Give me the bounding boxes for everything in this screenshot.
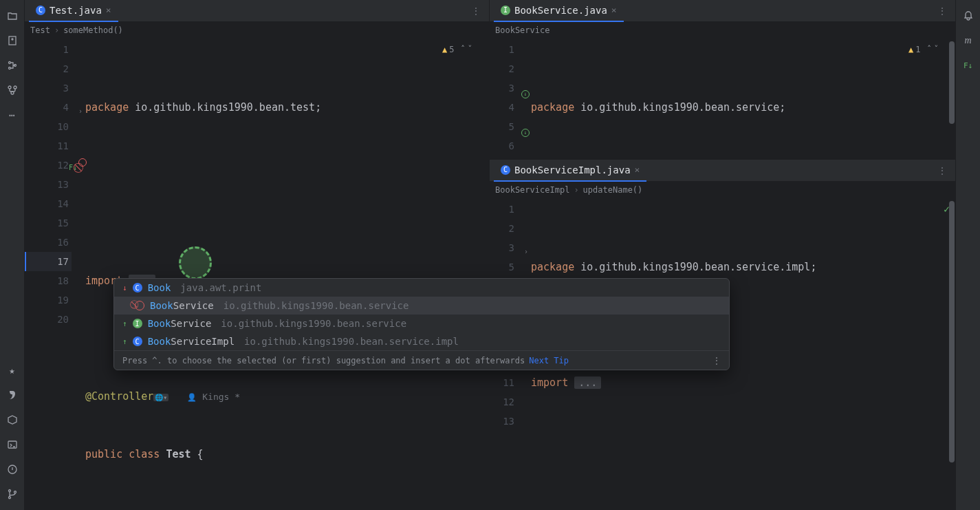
code-body-left[interactable]: ▲5 ˆ ˇ package io.github.kings1990.bean.…	[85, 39, 489, 510]
completion-item[interactable]: ↑ I BookService io.github.kings1990.bean…	[114, 315, 729, 332]
close-icon[interactable]: ×	[635, 164, 640, 175]
forbidden-icon: ⃠	[135, 301, 144, 310]
svg-point-12	[14, 491, 16, 493]
breadcrumb-right2[interactable]: BookServiceImpl › updateName()	[490, 182, 955, 198]
inspection-badge[interactable]: ▲1 ˆ ˇ	[908, 40, 939, 59]
interface-icon: I	[133, 319, 142, 328]
breadcrumb-item[interactable]: someMethod()	[63, 25, 123, 35]
terminal-icon[interactable]	[6, 438, 19, 451]
svg-point-11	[8, 497, 10, 499]
class-icon: C	[133, 283, 142, 293]
editor-left: C Test.java × ⋮ Test › someMethod() 1 2 …	[25, 0, 490, 510]
arrow-up-icon: ↑	[122, 319, 127, 328]
inspection-badge[interactable]: ▲5 ˆ ˇ	[442, 40, 472, 59]
breadcrumb-right1[interactable]: BookService	[490, 22, 955, 39]
chevron-right-icon: ›	[54, 25, 59, 35]
code-editor-right1[interactable]: 1 2 3↓ 4 5↓ 6 ▲1 ˆ ˇ package io.github.k…	[490, 39, 955, 159]
tab-label: BookServiceImpl.java	[514, 164, 631, 176]
svg-point-5	[8, 86, 11, 89]
tab-menu-icon[interactable]: ⋮	[467, 6, 485, 17]
project-icon[interactable]	[6, 10, 19, 22]
tab-label: BookService.java	[514, 5, 607, 16]
svg-point-2	[8, 62, 10, 64]
scrollbar[interactable]	[948, 39, 955, 159]
code-editor-left[interactable]: 1 2 3 4› 10 11 12F↓⃠ 13 14 15 16 17 18 1…	[25, 39, 489, 510]
git-branch-icon[interactable]	[6, 488, 19, 500]
editor-right-top: I BookService.java × ⋮ BookService 1 2 3…	[490, 0, 955, 160]
next-tip-link[interactable]: Next Tip	[529, 356, 569, 365]
tab-bookserviceimpl[interactable]: C BookServiceImpl.java ×	[494, 160, 646, 182]
tab-menu-icon[interactable]: ⋮	[933, 6, 951, 17]
breadcrumb-item[interactable]: Test	[30, 25, 50, 35]
chevron-right-icon: ›	[574, 185, 578, 195]
completion-item[interactable]: ↓ C Book java.awt.print	[114, 279, 729, 297]
close-icon[interactable]: ×	[106, 5, 111, 15]
notifications-icon[interactable]	[962, 10, 974, 22]
class-icon: C	[36, 6, 45, 15]
completion-item[interactable]: ⃠ BookService io.github.kings1990.bean.s…	[114, 297, 729, 315]
tab-label: Test.java	[50, 5, 102, 16]
left-tool-strip: ⋯ ★	[0, 0, 25, 510]
breadcrumb-item[interactable]: BookServiceImpl	[495, 185, 569, 195]
more-icon[interactable]: ⋯	[6, 109, 19, 121]
right-tool-strip: m F↓	[955, 0, 980, 510]
completion-popup: ↓ C Book java.awt.print ⃠ BookService io…	[113, 278, 730, 370]
tab-test-java[interactable]: C Test.java ×	[29, 0, 118, 22]
svg-rect-0	[9, 36, 16, 45]
interface-icon: I	[501, 6, 510, 15]
star-icon[interactable]: ★	[6, 364, 19, 376]
build-icon[interactable]	[6, 414, 19, 426]
svg-point-10	[8, 490, 10, 492]
svg-point-3	[8, 67, 10, 70]
tab-bookservice[interactable]: I BookService.java ×	[494, 0, 624, 22]
structure-icon[interactable]	[6, 59, 19, 72]
maven-icon[interactable]: m	[962, 34, 974, 47]
svg-rect-8	[8, 441, 17, 448]
bookmark-icon[interactable]	[6, 34, 19, 47]
tab-bar-left: C Test.java × ⋮	[25, 0, 489, 22]
svg-point-6	[14, 86, 17, 89]
close-icon[interactable]: ×	[611, 5, 617, 15]
fast-request-icon[interactable]: F↓	[962, 59, 974, 72]
arrow-down-icon: ↓	[122, 284, 127, 293]
breadcrumb-item[interactable]: updateName()	[583, 185, 643, 195]
svg-point-1	[12, 39, 13, 40]
vcs-icon[interactable]	[6, 84, 19, 96]
tab-menu-icon[interactable]: ⋮	[933, 165, 951, 176]
completion-footer: Press ^. to choose the selected (or firs…	[114, 350, 729, 370]
class-icon: C	[501, 165, 510, 175]
class-icon: C	[133, 337, 142, 346]
editor-right-stack: I BookService.java × ⋮ BookService 1 2 3…	[490, 0, 955, 510]
breadcrumb-item[interactable]: BookService	[495, 25, 549, 35]
evernote-icon[interactable]	[6, 389, 19, 401]
scrollbar[interactable]	[948, 198, 955, 510]
main-area: C Test.java × ⋮ Test › someMethod() 1 2 …	[25, 0, 955, 510]
arrow-up-icon: ↑	[122, 337, 127, 346]
completion-item[interactable]: ↑ C BookServiceImpl io.github.kings1990.…	[114, 332, 729, 350]
popup-menu-icon[interactable]: ⋮	[712, 356, 721, 365]
breadcrumb-left[interactable]: Test › someMethod()	[25, 22, 489, 39]
problems-icon[interactable]	[6, 463, 19, 476]
gutter-left: 1 2 3 4› 10 11 12F↓⃠ 13 14 15 16 17 18 1…	[25, 39, 85, 510]
